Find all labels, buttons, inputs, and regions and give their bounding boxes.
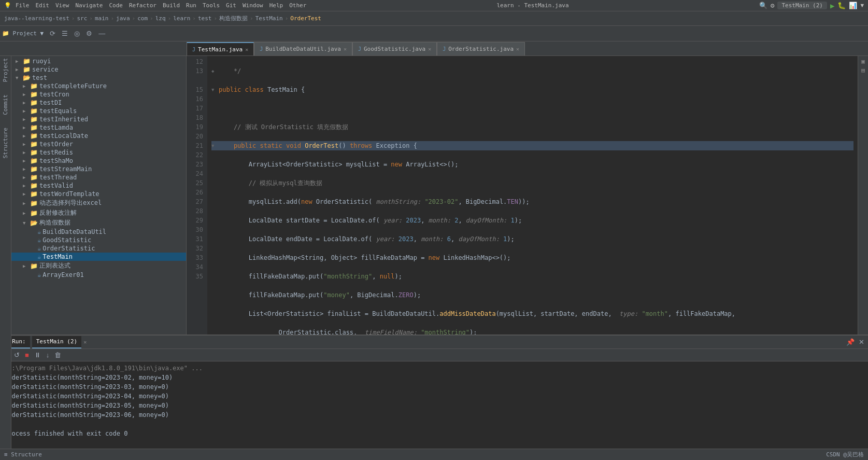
tree-label-good2: GoodStatistic	[42, 236, 91, 244]
tree-item-testequals[interactable]: ▶ 📁 testEquals	[0, 107, 186, 115]
code-content[interactable]: ◆ */ ▼public class TestMain { // 测试 Orde…	[207, 56, 858, 334]
debug-button[interactable]: 🐛	[837, 2, 846, 9]
project-panel-label[interactable]: 📁 Project ▼	[2, 30, 44, 37]
tree-item-testcron[interactable]: ▶ 📁 testCron	[0, 90, 186, 99]
left-icon-project[interactable]: Project	[2, 58, 9, 82]
tree-item-test[interactable]: ▼ 📂 test	[0, 74, 186, 82]
menu-other[interactable]: Other	[289, 2, 306, 9]
menu-view[interactable]: View	[55, 2, 69, 9]
main-area: ▶ 📁 ruoyi ▶ 📁 service ▼ 📂 test ▶ 📁 testC…	[0, 56, 868, 334]
toolbar-locate[interactable]: ◎	[72, 29, 82, 38]
console-rerun-btn[interactable]: ↺	[12, 350, 21, 360]
menu-build[interactable]: Build	[163, 2, 180, 9]
profile-button[interactable]: 📊	[849, 2, 857, 9]
tab-orderstatistic[interactable]: J OrderStatistic.java ✕	[437, 42, 525, 55]
toolbar-collapse[interactable]: ☰	[60, 29, 70, 38]
tree-item-testcompletefuture[interactable]: ▶ 📁 testCompleteFuture	[0, 82, 186, 90]
tree-item-testshamo[interactable]: ▶ 📁 testShaMo	[0, 157, 186, 165]
code-line-21: LocalDate endDate = LocalDate.of( year: …	[211, 234, 853, 244]
left-icon-commit[interactable]: Commit	[2, 94, 9, 115]
tree-item-testdi[interactable]: ▶ 📁 testDI	[0, 99, 186, 107]
settings-icon[interactable]: ⚙	[771, 2, 775, 9]
console-stop-btn[interactable]: ■	[23, 350, 31, 360]
menu-run[interactable]: Run	[186, 2, 196, 9]
bottom-tab-testmain2[interactable]: TestMain (2)	[32, 336, 81, 349]
tree-item-ruoyi[interactable]: ▶ 📁 ruoyi	[0, 57, 186, 65]
breadcrumb-item-project[interactable]: java--learning-test	[4, 15, 69, 22]
tab-label-testmain: TestMain.java	[198, 46, 243, 53]
menu-navigate[interactable]: Navigate	[76, 2, 103, 9]
menu-window[interactable]: Window	[243, 2, 263, 9]
menu-bar[interactable]: File Edit View Navigate Code Refactor Bu…	[16, 2, 306, 9]
breadcrumb-item-test[interactable]: test	[198, 15, 212, 22]
right-icon-2[interactable]: ▤	[861, 67, 865, 74]
left-icon-structure[interactable]: Structure	[2, 128, 9, 159]
console-close-btn[interactable]: ✕	[857, 337, 866, 347]
console-step-btn[interactable]: ↓	[45, 350, 51, 360]
run-button[interactable]: ▶	[830, 2, 834, 10]
breadcrumb-item-lzq[interactable]: lzq	[155, 15, 166, 22]
tree-item-testredis[interactable]: ▶ 📁 testRedis	[0, 148, 186, 157]
tab-goodstatistic[interactable]: J GoodStatistic.java ✕	[352, 42, 437, 55]
folder-icon-twt: 📁	[30, 190, 38, 198]
tree-item-testlamda[interactable]: ▶ 📁 testLamda	[0, 123, 186, 132]
tab-close-good[interactable]: ✕	[428, 46, 431, 52]
line-numbers: 12 13 15 16 17 18 19 20 21 22 23 24 25 2…	[187, 56, 207, 334]
tree-item-zhengze[interactable]: ▶ 📁 正则表达式	[0, 261, 186, 271]
tree-item-testwordtemplate[interactable]: ▶ 📁 testWordTemplate	[0, 190, 186, 198]
tree-item-dongtai[interactable]: ▶ 📁 动态选择列导出excel	[0, 198, 186, 208]
right-icon-1[interactable]: ▣	[861, 58, 865, 65]
tree-item-teststreammain[interactable]: ▶ 📁 testStreamMain	[0, 165, 186, 173]
breadcrumb-item-testmain[interactable]: TestMain	[255, 15, 283, 22]
tab-builddatedatautil[interactable]: J BuildDateDataUtil.java ✕	[254, 42, 352, 55]
run-config-label[interactable]: TestMain (2)	[777, 2, 827, 9]
bottom-tab-close[interactable]: ✕	[83, 339, 87, 345]
toolbar-close[interactable]: —	[96, 29, 107, 38]
tree-item-builddatedatautil[interactable]: ☕ BuildDateDataUtil	[0, 228, 186, 236]
code-area[interactable]: 12 13 15 16 17 18 19 20 21 22 23 24 25 2…	[187, 56, 858, 334]
tree-item-goodstatistic[interactable]: ☕ GoodStatistic	[0, 236, 186, 244]
tab-testmain[interactable]: J TestMain.java ✕	[187, 42, 254, 55]
menu-edit[interactable]: Edit	[36, 2, 50, 9]
tab-close-testmain[interactable]: ✕	[245, 47, 248, 52]
console-clear-btn[interactable]: 🗑	[53, 350, 63, 360]
menu-refactor[interactable]: Refactor	[129, 2, 156, 9]
breadcrumb-item-com[interactable]: com	[137, 15, 148, 22]
tree-item-testmain-file[interactable]: ☕ TestMain	[0, 253, 186, 261]
tree-label-tthread: testThread	[39, 174, 77, 181]
breadcrumb-item-gouzao[interactable]: 构造假数据	[219, 15, 248, 22]
tab-close-order[interactable]: ✕	[516, 46, 519, 52]
tree-item-fanshexiugai[interactable]: ▶ 📁 反射修改注解	[0, 208, 186, 218]
menu-help[interactable]: Help	[269, 2, 283, 9]
console-line-blank	[4, 420, 864, 429]
menu-file[interactable]: File	[16, 2, 30, 9]
menu-tools[interactable]: Tools	[203, 2, 220, 9]
menu-git[interactable]: Git	[226, 2, 236, 9]
tree-item-testthread[interactable]: ▶ 📁 testThread	[0, 173, 186, 182]
breadcrumb-item-src[interactable]: src	[77, 15, 87, 22]
breadcrumb-item-main[interactable]: main	[95, 15, 109, 22]
search-icon[interactable]: 🔍	[759, 2, 767, 9]
console-pin-btn[interactable]: 📌	[845, 337, 856, 347]
tree-item-gouzao[interactable]: ▼ 📂 构造假数据	[0, 218, 186, 228]
tree-item-testorder[interactable]: ▶ 📁 testOrder	[0, 140, 186, 148]
tree-item-testvalid[interactable]: ▶ 📁 testValid	[0, 182, 186, 190]
console-pause-btn[interactable]: ⏸	[33, 350, 42, 360]
toolbar-synchronize[interactable]: ⟳	[48, 29, 58, 38]
code-editor[interactable]: 12 13 15 16 17 18 19 20 21 22 23 24 25 2…	[187, 56, 858, 334]
tree-item-testinherited[interactable]: ▶ 📁 testInherited	[0, 115, 186, 123]
tree-item-orderstatistic[interactable]: ☕ OrderStatistic	[0, 244, 186, 253]
menu-code[interactable]: Code	[109, 2, 123, 9]
breadcrumb-item-ordertest[interactable]: OrderTest	[290, 15, 321, 22]
java-icon-bdd: ☕	[37, 228, 41, 235]
status-structure-icon[interactable]: ≡ Structure	[4, 451, 42, 458]
toolbar-settings[interactable]: ⚙	[84, 29, 94, 38]
tree-item-testlocaldate[interactable]: ▶ 📁 testLocalDate	[0, 132, 186, 140]
breadcrumb-item-java[interactable]: java	[116, 15, 130, 22]
breadcrumb-item-learn[interactable]: learn	[173, 15, 190, 22]
tree-item-service[interactable]: ▶ 📁 service	[0, 65, 186, 74]
tree-item-arrayexer01[interactable]: ☕ ArrayExer01	[0, 271, 186, 279]
tab-close-build[interactable]: ✕	[344, 46, 347, 52]
code-line-19: mysqlList.add(new OrderStatistic( monthS…	[211, 197, 853, 206]
more-button[interactable]: ▼	[860, 2, 864, 9]
